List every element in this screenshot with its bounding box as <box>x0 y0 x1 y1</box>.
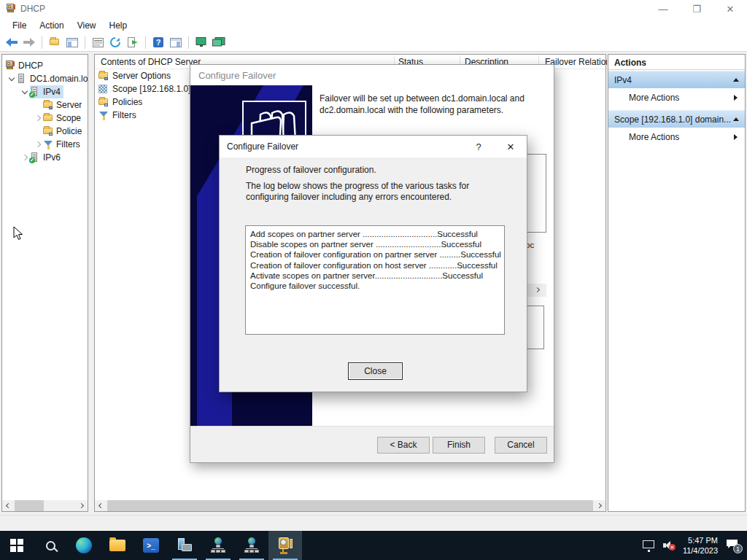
menu-file[interactable]: File <box>6 18 33 33</box>
scope-icon <box>98 84 109 94</box>
menu-action[interactable]: Action <box>33 18 70 33</box>
scroll-right-icon[interactable] <box>535 287 540 292</box>
actions-pane-title: Actions <box>608 55 745 70</box>
log-line: Activate scopes on partner server.......… <box>250 271 500 281</box>
taskbar: >_ ✕ 5:47 PM 11/4/2023 1 <box>0 531 747 560</box>
log-line: Add scopes on partner server ...........… <box>250 229 500 239</box>
start-button[interactable] <box>0 531 34 560</box>
chevron-down-icon[interactable] <box>20 90 30 93</box>
progress-description-text: The log below shows the progress of the … <box>246 181 508 203</box>
wizard-button-row: < Back Finish Cancel <box>190 426 554 462</box>
tree-horizontal-scrollbar[interactable] <box>2 500 88 511</box>
taskbar-clock[interactable]: 5:47 PM 11/4/2023 <box>683 535 718 556</box>
chevron-right-icon[interactable] <box>33 116 43 120</box>
ipv4-server-icon: ✓ <box>30 87 40 97</box>
actions-section-scope[interactable]: Scope [192.168.1.0] domain... <box>608 110 745 128</box>
tree-item-server-options[interactable]: Server <box>2 98 88 112</box>
show-console-tree-icon[interactable] <box>65 36 80 50</box>
policies-folder-icon <box>98 97 109 107</box>
more-actions-ipv4[interactable]: More Actions <box>608 88 745 107</box>
failover-log-box[interactable]: Add scopes on partner server ...........… <box>245 225 505 335</box>
cancel-button[interactable]: Cancel <box>495 437 547 454</box>
filter-icon <box>43 139 53 149</box>
properties-icon[interactable] <box>90 36 105 50</box>
tree-item-policies[interactable]: Policie <box>2 125 88 138</box>
clock-time: 5:47 PM <box>683 535 718 545</box>
status-bar <box>0 515 747 531</box>
toolbar-separator <box>188 36 189 49</box>
wizard-title: Configure Failover <box>198 70 276 81</box>
collapse-icon[interactable] <box>733 78 739 82</box>
system-tray: ✕ 5:47 PM 11/4/2023 1 <box>643 531 747 560</box>
more-actions-scope[interactable]: More Actions <box>608 128 745 147</box>
minimize-button[interactable]: — <box>646 0 680 18</box>
log-line: Creation of failover configuration on ho… <box>250 260 500 271</box>
server-manager-icon[interactable] <box>168 531 201 560</box>
log-line: Creation of failover configuration on pa… <box>250 249 500 260</box>
progress-status-text: Progress of failover configuration. <box>246 165 376 175</box>
network-icon[interactable] <box>643 540 656 551</box>
refresh-icon[interactable] <box>108 36 123 50</box>
server-icon <box>17 74 27 84</box>
submenu-arrow-icon <box>734 134 738 140</box>
monitors-icon[interactable] <box>212 36 226 50</box>
search-button[interactable] <box>34 531 67 560</box>
list-horizontal-scrollbar[interactable] <box>95 500 605 511</box>
chevron-right-icon[interactable] <box>20 155 30 160</box>
wizard-title-bar[interactable]: Configure Failover <box>190 65 554 85</box>
configure-failover-progress-dialog: Configure Failover ? ✕ Progress of failo… <box>219 135 527 392</box>
ad-console-icon[interactable] <box>235 531 268 560</box>
monitor-icon[interactable] <box>194 36 209 50</box>
collapse-icon[interactable] <box>733 117 739 121</box>
file-explorer-icon[interactable] <box>101 531 134 560</box>
finish-button[interactable]: Finish <box>433 437 485 454</box>
actions-section-ipv4[interactable]: IPv4 <box>608 71 745 88</box>
back-icon[interactable] <box>4 36 19 50</box>
edge-icon[interactable] <box>67 531 101 560</box>
show-action-pane-icon[interactable] <box>169 36 183 50</box>
scroll-left-icon[interactable] <box>95 500 106 511</box>
ipv6-server-icon: ✓ <box>30 152 40 163</box>
tree-item-dhcp[interactable]: DHCP <box>2 59 88 72</box>
back-button[interactable]: < Back <box>377 437 430 454</box>
tree-item-ipv6[interactable]: ✓ IPv6 <box>2 151 88 164</box>
tree-item-filters[interactable]: Filters <box>2 138 88 151</box>
help-icon[interactable]: ? <box>462 136 495 158</box>
forward-icon[interactable] <box>22 36 36 50</box>
menu-help[interactable]: Help <box>103 18 134 33</box>
filter-icon <box>98 110 109 120</box>
chevron-right-icon[interactable] <box>33 142 43 147</box>
dns-console-icon[interactable] <box>201 531 235 560</box>
close-icon[interactable]: ✕ <box>495 136 527 158</box>
help-icon[interactable]: ? <box>151 36 166 50</box>
tree-item-scope[interactable]: Scope <box>2 112 88 125</box>
volume-muted-icon[interactable]: ✕ <box>663 540 676 551</box>
folder-up-icon[interactable] <box>47 36 62 50</box>
close-button[interactable]: ✕ <box>713 0 747 18</box>
dialog-title-bar[interactable]: Configure Failover ? ✕ <box>220 136 527 158</box>
svg-text:?: ? <box>156 38 161 47</box>
wizard-intro-text: Failover will be set up between dc1.doma… <box>320 93 546 116</box>
scroll-thumb[interactable] <box>15 500 44 511</box>
scroll-right-icon[interactable] <box>77 500 88 511</box>
clock-date: 11/4/2023 <box>683 545 718 556</box>
scope-folder-icon <box>43 113 53 123</box>
restore-button[interactable]: ❐ <box>680 0 713 18</box>
close-dialog-button[interactable]: Close <box>348 362 403 380</box>
desktop: DHCP — ❐ ✕ File Action View Help ? <box>0 0 747 560</box>
dhcp-console-taskbar-icon[interactable] <box>268 531 302 560</box>
title-bar[interactable]: DHCP — ❐ ✕ <box>0 0 747 18</box>
powershell-icon[interactable]: >_ <box>134 531 168 560</box>
tree-item-ipv4[interactable]: ✓ IPv4 <box>2 85 88 98</box>
export-list-icon[interactable] <box>125 36 140 50</box>
toolbar-separator <box>42 36 42 49</box>
toolbar: ? <box>0 34 747 52</box>
tree-item-server[interactable]: DC1.domain.lo <box>2 72 88 85</box>
scroll-left-icon[interactable] <box>2 500 13 511</box>
menu-view[interactable]: View <box>71 18 103 33</box>
mouse-cursor <box>13 226 23 243</box>
chevron-down-icon[interactable] <box>7 77 17 80</box>
scroll-right-icon[interactable] <box>595 500 605 511</box>
notifications-icon[interactable]: 1 <box>725 540 740 551</box>
scroll-thumb[interactable] <box>107 500 593 511</box>
